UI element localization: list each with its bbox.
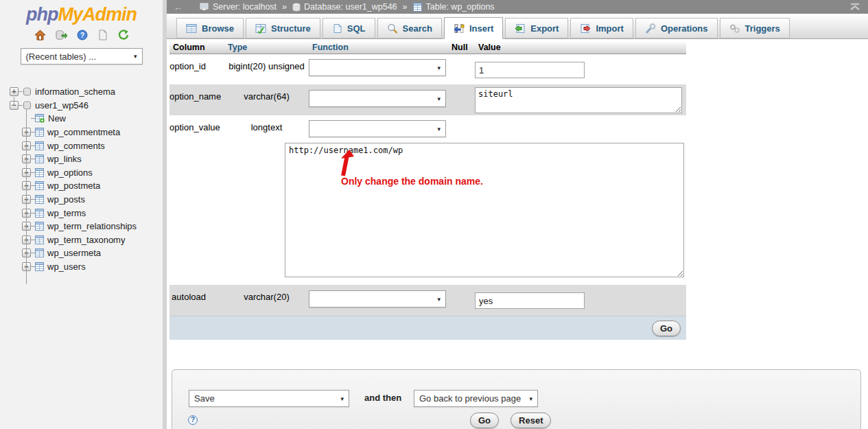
tree-item-wp-postmeta[interactable]: +wp_postmeta [0,179,163,193]
tree-item-wp-users[interactable]: +wp_users [0,260,163,274]
header-type[interactable]: Type [224,41,309,54]
tab-structure[interactable]: Structure [246,18,320,38]
insert-table-header: Column Type Function Null Value [169,41,686,54]
structure-icon [255,23,266,34]
chevron-down-icon: ▾ [437,65,441,71]
database-tree: + information_schema − user1_wp546 New +… [0,85,163,273]
tree-item-wp-options[interactable]: +wp_options [0,166,163,180]
help-icon[interactable]: ? [77,30,88,40]
tree-item-wp-term-relationships[interactable]: +wp_term_relationships [0,220,163,233]
breadcrumb: ← Server: localhost » Database: user1_wp… [167,0,868,14]
value-input-autoload[interactable] [475,292,585,309]
expand-icon[interactable]: + [10,87,19,96]
tree-item-new-table[interactable]: New [0,112,163,126]
function-select-option-id[interactable]: ▾ [309,59,446,76]
after-insert-value: Go back to previous page [419,393,521,404]
function-select-autoload[interactable]: ▾ [309,290,446,308]
recent-tables-select[interactable]: (Recent tables) ... ▾ [21,48,143,65]
tree-item-wp-term-taxonomy[interactable]: +wp_term_taxonomy [0,233,163,247]
tab-import[interactable]: Import [570,18,633,38]
tree-item-wp-posts[interactable]: +wp_posts [0,193,163,207]
sidebar-toolbar: ? [0,29,163,41]
null-cell [448,54,475,84]
tree-item-label: wp_links [47,154,82,164]
home-icon[interactable] [34,30,46,40]
go-button-bottom[interactable]: Go [470,413,499,428]
table-tabs: Browse Structure SQL Search Insert Expor… [167,14,868,39]
back-arrow-icon[interactable]: ← [174,1,189,12]
tab-label: Search [403,23,432,34]
tab-insert[interactable]: Insert [444,17,503,39]
tree-item-wp-commentmeta[interactable]: +wp_commentmeta [0,126,163,139]
tab-operations[interactable]: Operations [635,18,718,38]
tree-rail [26,110,27,284]
navigation-sidebar: phpMyAdmin ? (Recent tables) ... ▾ + inf… [0,0,167,429]
value-input-option-id[interactable] [475,62,585,78]
tree-item-wp-usermeta[interactable]: +wp_usermeta [0,246,163,260]
go-button[interactable]: Go [652,321,681,336]
tree-item-label: wp_term_taxonomy [47,235,125,245]
logo-php: php [26,4,58,25]
null-cell [448,285,475,316]
chevron-down-icon: ▾ [437,126,441,132]
value-textarea-option-name[interactable]: siteurl [475,87,682,113]
breadcrumb-table[interactable]: Table: wp_options [426,2,495,12]
docs-icon[interactable] [97,30,108,40]
tree-item-wp-comments[interactable]: +wp_comments [0,139,163,152]
table-icon [413,3,423,12]
browse-icon [186,23,197,34]
table-icon [35,154,44,163]
chevron-down-icon: ▾ [437,95,441,102]
collapse-panel-icon[interactable] [849,3,861,11]
tree-item-user1-wp546[interactable]: − user1_wp546 [0,99,163,113]
null-cell [448,84,475,115]
server-icon [200,3,209,11]
wrench-icon [645,23,656,34]
logo-myadmin: MyAdmin [58,4,137,25]
logout-icon[interactable] [56,30,67,40]
tree-item-wp-terms[interactable]: +wp_terms [0,206,163,220]
tree-rail [14,97,14,106]
search-icon [387,23,398,34]
function-select-option-name[interactable]: ▾ [309,90,446,107]
breadcrumb-database[interactable]: Database: user1_wp546 [304,2,397,12]
tree-item-wp-links[interactable]: +wp_links [0,152,163,166]
insert-table-footer: Go [169,316,686,340]
tree-item-label: wp_commentmeta [47,127,120,137]
tab-browse[interactable]: Browse [176,18,244,38]
table-icon [35,168,44,177]
tree-item-label: wp_usermeta [47,248,101,258]
tab-sql[interactable]: SQL [322,18,375,38]
breadcrumb-server[interactable]: Server: localhost [213,2,277,12]
chevron-down-icon: ▾ [340,395,344,402]
tab-label: Operations [661,23,708,34]
chevron-down-icon: ▾ [529,395,532,402]
tree-item-information-schema[interactable]: + information_schema [0,85,163,99]
column-type: bigint(20) unsigned [224,54,309,84]
and-then-label: and then [364,393,401,403]
header-value: Value [475,41,686,54]
reset-button[interactable]: Reset [511,413,551,428]
tab-triggers[interactable]: Triggers [720,18,790,38]
tree-item-label: wp_postmeta [47,181,100,191]
tab-label: Import [596,23,623,34]
value-textarea-option-value[interactable]: http://username1.com/wp [285,143,684,277]
help-icon[interactable]: ? [188,415,198,425]
tab-search[interactable]: Search [377,18,442,38]
tree-item-label: user1_wp546 [35,100,89,111]
chevron-down-icon: ▾ [134,53,137,60]
tree-item-label: wp_users [47,262,86,272]
phpmyadmin-app: phpMyAdmin ? (Recent tables) ... ▾ + inf… [0,0,868,429]
column-type: varchar(64) [224,84,309,115]
insert-form-table: Column Type Function Null Value option_i… [169,41,686,340]
reload-icon[interactable] [117,30,128,40]
null-cell [448,115,475,141]
save-select[interactable]: Save ▾ [189,390,349,407]
tab-export[interactable]: Export [505,18,568,38]
after-insert-select[interactable]: Go back to previous page ▾ [414,390,538,407]
function-select-option-value[interactable]: ▾ [309,120,446,137]
triggers-icon [729,23,740,34]
import-icon [580,23,591,34]
header-function[interactable]: Function [309,41,448,54]
main-panel: ← Server: localhost » Database: user1_wp… [167,0,868,429]
